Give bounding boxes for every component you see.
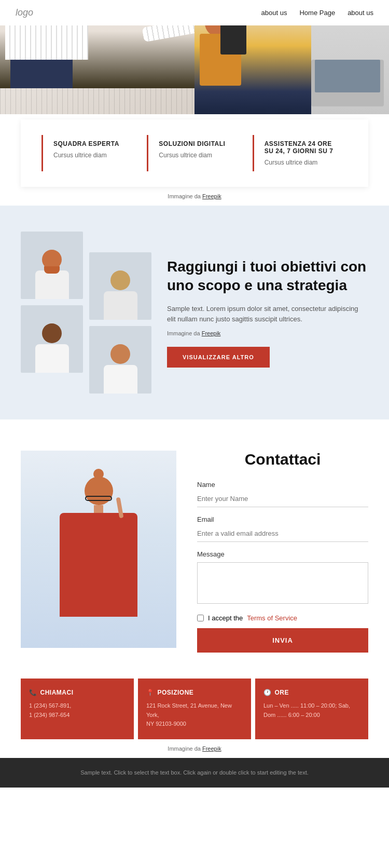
feature-item-2: SOLUZIONI DIGITALI Cursus ultrice diam: [147, 135, 242, 171]
feature-desc-3: Cursus ultrice diam: [265, 159, 337, 166]
message-label: Message: [197, 550, 368, 558]
info-card-hours: 🕐 ORE Lun – Ven ..... 11:00 – 20:00; Sab…: [255, 679, 368, 739]
logo: logo: [16, 7, 33, 18]
photo-person-4: [89, 326, 151, 394]
info-cards: 📞 CHIAMACI 1 (234) 567-891, 1 (234) 987-…: [0, 679, 389, 739]
contact-title: Contattaci: [197, 451, 368, 468]
terms-row: I accept the Terms of Service: [197, 614, 368, 622]
info-card-location: 📍 POSIZIONE 121 Rock Street, 21 Avenue, …: [138, 679, 251, 739]
nav-home-page[interactable]: Home Page: [299, 9, 335, 17]
contact-section: Contattaci Name Email Message I accept t…: [0, 430, 389, 673]
hours-title: 🕐 ORE: [263, 689, 360, 696]
photo-person-1: [21, 232, 83, 299]
team-text: Sample text. Lorem ipsum dolor sit amet,…: [167, 304, 368, 326]
team-heading: Raggiungi i tuoi obiettivi con uno scopo…: [167, 257, 368, 295]
photo-col-2: [89, 252, 151, 394]
hero-attribution: Immagine da Freepik: [0, 187, 389, 206]
message-group: Message: [197, 550, 368, 606]
site-footer: Sample text. Click to select the text bo…: [0, 758, 389, 788]
view-more-button[interactable]: VISUALIZZARE ALTRO: [167, 347, 270, 368]
email-label: Email: [197, 516, 368, 523]
photo-person-3: [21, 305, 83, 373]
feature-title-1: SQUADRA ESPERTA: [53, 140, 126, 147]
feature-item-3: ASSISTENZA 24 ORE SU 24, 7 GIORNI SU 7 C…: [253, 135, 348, 171]
team-photos: [21, 232, 151, 394]
feature-title-2: SOLUZIONI DIGITALI: [159, 140, 231, 147]
submit-button[interactable]: INVIA: [197, 628, 368, 653]
feature-desc-2: Cursus ultrice diam: [159, 152, 231, 159]
call-title: 📞 CHIAMACI: [29, 689, 126, 696]
feature-item-1: SQUADRA ESPERTA Cursus ultrice diam: [41, 135, 136, 171]
email-input[interactable]: [197, 525, 368, 542]
location-icon: 📍: [146, 689, 155, 696]
freepik-link-2[interactable]: Freepik: [202, 330, 221, 336]
footer-text: Sample text. Click to select the text bo…: [21, 768, 368, 778]
terms-link[interactable]: Terms of Service: [247, 614, 297, 622]
photo-person-2: [89, 252, 151, 320]
team-section: Raggiungi i tuoi obiettivi con uno scopo…: [0, 206, 389, 419]
name-label: Name: [197, 481, 368, 489]
clock-icon: 🕐: [263, 689, 272, 696]
name-input[interactable]: [197, 491, 368, 507]
section-gap: [0, 419, 389, 430]
main-nav: about us Home Page about us: [261, 9, 373, 17]
info-card-call: 📞 CHIAMACI 1 (234) 567-891, 1 (234) 987-…: [21, 679, 134, 739]
team-content: Raggiungi i tuoi obiettivi con uno scopo…: [167, 257, 368, 368]
name-group: Name: [197, 481, 368, 507]
site-header: logo about us Home Page about us: [0, 0, 389, 25]
call-text: 1 (234) 567-891, 1 (234) 987-654: [29, 701, 126, 720]
phone-icon: 📞: [29, 689, 37, 696]
footer-attribution: Immagine da Freepik: [0, 739, 389, 758]
feature-desc-1: Cursus ultrice diam: [53, 152, 126, 159]
message-textarea[interactable]: [197, 562, 368, 604]
location-text: 121 Rock Street, 21 Avenue, New York, NY…: [146, 701, 243, 729]
nav-about-us-1[interactable]: about us: [261, 9, 287, 17]
freepik-link-1[interactable]: Freepik: [202, 193, 221, 199]
hours-text: Lun – Ven ..... 11:00 – 20:00; Sab, Dom …: [263, 701, 360, 720]
contact-form: Contattaci Name Email Message I accept t…: [197, 451, 368, 653]
photo-col-1: [21, 232, 83, 394]
features-section: SQUADRA ESPERTA Cursus ultrice diam SOLU…: [21, 119, 368, 187]
location-title: 📍 POSIZIONE: [146, 689, 243, 696]
terms-prefix: I accept the: [208, 614, 243, 622]
team-attribution: Immagine da Freepik: [167, 330, 368, 336]
email-group: Email: [197, 516, 368, 542]
contact-image: [21, 451, 176, 648]
terms-checkbox[interactable]: [197, 615, 204, 621]
feature-title-3: ASSISTENZA 24 ORE SU 24, 7 GIORNI SU 7: [265, 140, 337, 155]
freepik-link-3[interactable]: Freepik: [202, 745, 221, 752]
nav-about-us-2[interactable]: about us: [348, 9, 373, 17]
